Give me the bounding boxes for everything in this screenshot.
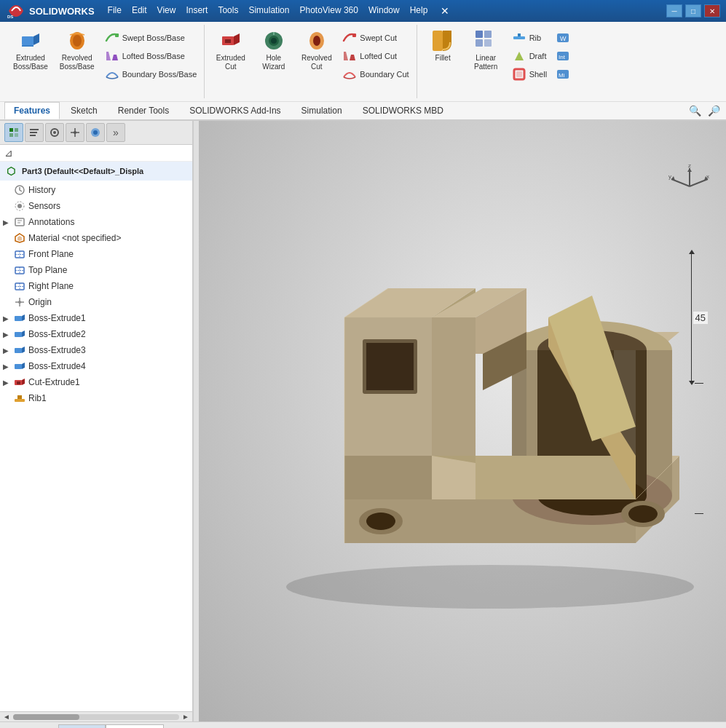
- display-manager-button[interactable]: [86, 123, 105, 142]
- boss-extrude3-icon: [13, 344, 26, 357]
- int-button[interactable]: Int: [553, 47, 576, 65]
- nav-prev-button[interactable]: ◄: [15, 726, 29, 729]
- tree-item-boss-extrude2[interactable]: ▶ Boss-Extrude2: [0, 326, 192, 342]
- mi-button[interactable]: Mi: [553, 66, 576, 83]
- svg-marker-83: [17, 395, 22, 399]
- scroll-left-button[interactable]: ◄: [1, 713, 12, 721]
- tree-item-sensors[interactable]: Sensors: [0, 198, 192, 214]
- history-icon: [13, 183, 26, 197]
- tree-item-boss-extrude3[interactable]: ▶ Boss-Extrude3: [0, 342, 192, 358]
- maximize-button[interactable]: □: [685, 4, 701, 17]
- feature-manager-button[interactable]: [4, 123, 23, 142]
- svg-rect-54: [15, 218, 24, 226]
- search-button[interactable]: 🔍: [687, 103, 703, 119]
- dim-xpert-button[interactable]: [66, 123, 84, 142]
- lofted-cut-button[interactable]: Lofted Cut: [339, 47, 411, 65]
- extruded-cut-button[interactable]: ExtrudedCut: [210, 26, 250, 74]
- tree-item-material[interactable]: Material <not specified>: [0, 230, 192, 246]
- bottom-bar: ◄◄ ◄ ► ►► Model 3D Views: [0, 721, 726, 728]
- sidebar-resize-handle[interactable]: [193, 121, 199, 721]
- expand-annotations: ▶: [3, 218, 13, 226]
- tab-render-tools[interactable]: Render Tools: [108, 102, 179, 119]
- w-button[interactable]: W: [553, 29, 576, 47]
- boss-extrude4-icon: [13, 360, 26, 373]
- tab-mbd[interactable]: SOLIDWORKS MBD: [353, 102, 453, 119]
- svg-point-84: [286, 565, 694, 609]
- nav-next-button[interactable]: ►: [29, 726, 44, 729]
- fillet-label: Fillet: [435, 54, 451, 63]
- linear-pattern-button[interactable]: LinearPattern: [466, 26, 506, 74]
- more-button[interactable]: »: [106, 123, 125, 142]
- menu-help[interactable]: Help: [406, 4, 433, 18]
- draft-button[interactable]: Draft: [509, 47, 550, 65]
- svg-text:z: z: [688, 165, 691, 169]
- tab-sketch[interactable]: Sketch: [61, 102, 107, 119]
- menu-tools[interactable]: Tools: [213, 4, 242, 18]
- boss-extrude4-label: Boss-Extrude4: [28, 361, 86, 371]
- tree-item-right-plane[interactable]: Right Plane: [0, 278, 192, 294]
- menu-file[interactable]: File: [103, 4, 126, 18]
- revolved-boss-button[interactable]: RevolvedBoss/Base: [55, 26, 99, 74]
- filter-icon[interactable]: ⊿: [4, 147, 13, 159]
- svg-marker-8: [112, 55, 118, 60]
- property-manager-button[interactable]: [25, 123, 44, 142]
- tab-3d-views[interactable]: 3D Views: [106, 724, 164, 729]
- front-plane-label: Front Plane: [28, 249, 74, 259]
- scroll-right-button[interactable]: ►: [181, 713, 191, 721]
- svg-rect-18: [352, 33, 356, 37]
- tree-item-annotations[interactable]: ▶ Annotations: [0, 214, 192, 230]
- svg-marker-10: [234, 33, 240, 45]
- menu-insert[interactable]: Insert: [181, 4, 212, 18]
- tree-item-rib1[interactable]: Rib1: [0, 390, 192, 406]
- scroll-track[interactable]: [13, 714, 179, 720]
- minimize-button[interactable]: ─: [666, 4, 682, 17]
- revolved-cut-button[interactable]: RevolvedCut: [296, 26, 336, 74]
- menu-edit[interactable]: Edit: [127, 4, 151, 18]
- tab-features[interactable]: Features: [4, 102, 60, 119]
- hole-wizard-button[interactable]: HoleWizard: [253, 26, 293, 74]
- tree-item-front-plane[interactable]: Front Plane: [0, 246, 192, 262]
- configuration-manager-button[interactable]: [45, 123, 64, 142]
- tab-model[interactable]: Model: [58, 724, 106, 728]
- part-name-label: Part3 (Default<<Default>_Displa: [22, 167, 143, 175]
- top-plane-label: Top Plane: [28, 265, 67, 275]
- search-area: 🔍 🔎: [687, 103, 722, 119]
- tree-item-boss-extrude4[interactable]: ▶ Boss-Extrude4: [0, 358, 192, 374]
- menu-pin[interactable]: ✕: [436, 4, 454, 18]
- fillet-button[interactable]: Fillet: [423, 26, 463, 66]
- shell-button[interactable]: Shell: [509, 66, 550, 83]
- swept-boss-button[interactable]: Swept Boss/Base: [102, 29, 200, 47]
- nav-last-button[interactable]: ►►: [44, 726, 58, 729]
- tab-simulation[interactable]: Simulation: [292, 102, 352, 119]
- menu-window[interactable]: Window: [364, 4, 404, 18]
- menu-simulation[interactable]: Simulation: [244, 4, 293, 18]
- material-label: Material <not specified>: [28, 233, 121, 243]
- boundary-boss-button[interactable]: Boundary Boss/Base: [102, 66, 200, 83]
- tree-item-top-plane[interactable]: Top Plane: [0, 262, 192, 278]
- lofted-cut-label: Lofted Cut: [360, 52, 397, 60]
- swept-cut-button[interactable]: Swept Cut: [339, 29, 411, 47]
- svg-rect-23: [484, 31, 492, 38]
- part-icon: ⬡: [4, 165, 17, 178]
- part-root-item[interactable]: ⬡ Part3 (Default<<Default>_Displa: [0, 162, 192, 181]
- svg-marker-106: [476, 456, 636, 499]
- menu-view[interactable]: View: [153, 4, 181, 18]
- svg-marker-20: [350, 55, 355, 60]
- rib-button[interactable]: Rib: [509, 29, 550, 47]
- tree-item-history[interactable]: History: [0, 182, 192, 198]
- linear-pattern-label: LinearPattern: [474, 54, 497, 71]
- restore-button[interactable]: ✕: [704, 4, 720, 17]
- menu-photoview[interactable]: PhotoView 360: [295, 4, 363, 18]
- tab-addins[interactable]: SOLIDWORKS Add-Ins: [180, 102, 290, 119]
- tree-item-cut-extrude1[interactable]: ▶ Cut-Extrude1: [0, 374, 192, 390]
- boundary-cut-button[interactable]: Boundary Cut: [339, 66, 411, 83]
- search-commands-button[interactable]: 🔎: [706, 103, 722, 119]
- tree-item-boss-extrude1[interactable]: ▶ Boss-Extrude1: [0, 310, 192, 326]
- viewport[interactable]: x y z 45: [199, 121, 726, 721]
- lofted-boss-button[interactable]: Lofted Boss/Base: [102, 47, 200, 65]
- tree-item-origin[interactable]: Origin: [0, 294, 192, 310]
- material-icon: [13, 232, 26, 245]
- svg-rect-77: [15, 364, 22, 369]
- extruded-boss-button[interactable]: ExtrudedBoss/Base: [9, 26, 52, 74]
- nav-first-button[interactable]: ◄◄: [0, 726, 15, 729]
